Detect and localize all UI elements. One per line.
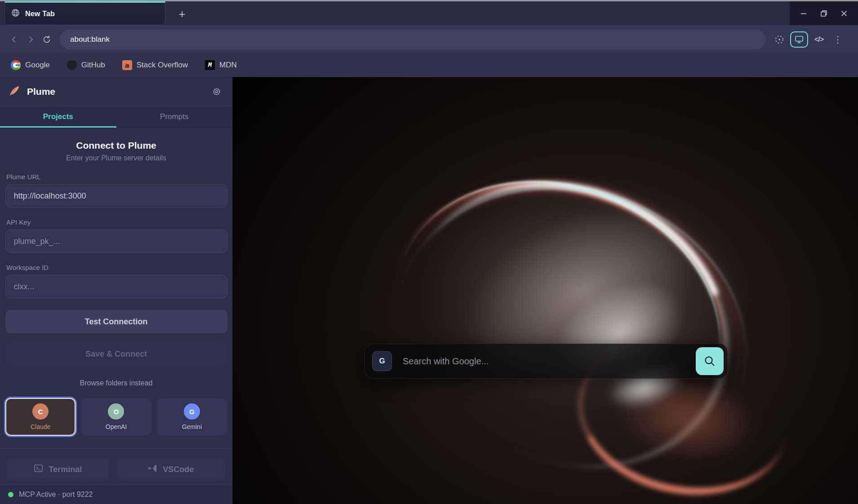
sidebar-divider: [0, 448, 232, 449]
plume-header: Plume: [0, 77, 232, 106]
bookmarks-bar: Google GitHub Stack Overflow M MDN: [0, 53, 858, 77]
title-bar: New Tab +: [0, 0, 858, 25]
openai-avatar: O: [108, 403, 124, 420]
provider-card-gemini[interactable]: G Gemini: [157, 398, 227, 436]
forward-button[interactable]: [22, 31, 39, 48]
connect-heading: Connect to Plume: [0, 140, 232, 151]
provider-cards: C Claude O OpenAI G Gemini: [0, 398, 232, 436]
bookmark-mdn[interactable]: M MDN: [205, 60, 237, 70]
provider-label: Gemini: [182, 423, 202, 430]
vscode-icon: [148, 464, 157, 475]
address-bar[interactable]: about:blank: [59, 30, 766, 49]
provider-label: OpenAI: [106, 423, 127, 430]
google-favicon: [11, 60, 21, 70]
new-tab-button[interactable]: +: [173, 5, 191, 22]
content-row: Plume Projects Prompts Connect to Plume …: [0, 77, 858, 504]
back-button[interactable]: [6, 31, 22, 48]
google-search-input[interactable]: [392, 344, 696, 378]
light-glow: [379, 121, 787, 460]
connect-subheading: Enter your Plume server details: [0, 154, 232, 162]
devtools-code-icon[interactable]: </>: [811, 31, 827, 48]
navigation-bar: about:blank </> ⋮: [0, 25, 858, 53]
sidebar-body: Connect to Plume Enter your Plume server…: [0, 128, 232, 484]
bookmark-label: Google: [25, 61, 50, 70]
settings-gear-icon[interactable]: [209, 84, 224, 99]
reload-button[interactable]: [39, 31, 55, 48]
sidebar-tabs: Projects Prompts: [0, 106, 232, 128]
plume-url-label: Plume URL: [6, 173, 232, 181]
google-search-bar: G: [365, 344, 728, 379]
close-button[interactable]: [835, 4, 853, 22]
light-streak: [350, 136, 766, 504]
mcp-status-bar: MCP Active · port 9222: [0, 484, 232, 504]
light-glow: [506, 232, 735, 434]
tab-title: New Tab: [25, 10, 55, 18]
minimize-button[interactable]: [795, 4, 813, 22]
address-text: about:blank: [70, 35, 110, 44]
terminal-label: Terminal: [49, 465, 82, 474]
terminal-icon: [34, 464, 43, 475]
provider-label: Claude: [31, 423, 50, 430]
search-submit-button[interactable]: [696, 347, 724, 375]
stackoverflow-favicon: [122, 60, 132, 70]
bookmark-google[interactable]: Google: [11, 60, 50, 70]
gemini-avatar: G: [184, 403, 200, 420]
vscode-button[interactable]: VSCode: [117, 458, 225, 481]
mdn-favicon: M: [205, 60, 215, 70]
test-connection-button[interactable]: Test Connection: [5, 310, 227, 333]
light-streak: [353, 133, 763, 504]
save-connect-button[interactable]: Save & Connect: [5, 342, 227, 366]
bookmark-github[interactable]: GitHub: [67, 60, 105, 70]
tab-prompts[interactable]: Prompts: [116, 106, 233, 127]
bookmark-stackoverflow[interactable]: Stack Overflow: [122, 60, 188, 70]
light-streak: [363, 130, 778, 504]
bookmark-label: GitHub: [81, 61, 105, 70]
bookmark-label: Stack Overflow: [137, 61, 188, 70]
device-monitor-toggle[interactable]: [790, 31, 808, 48]
plume-sidebar: Plume Projects Prompts Connect to Plume …: [0, 77, 233, 504]
light-streak: [345, 137, 784, 504]
plume-title: Plume: [27, 86, 55, 97]
google-g-badge: G: [372, 351, 392, 371]
github-favicon: [67, 60, 77, 70]
claude-avatar: C: [32, 403, 49, 420]
api-key-label: API Key: [6, 218, 232, 226]
inspect-target-icon[interactable]: [771, 31, 787, 48]
api-key-input[interactable]: [5, 230, 227, 253]
status-text: MCP Active · port 9222: [19, 491, 93, 499]
tab-projects[interactable]: Projects: [0, 106, 116, 127]
light-streak: [359, 146, 782, 504]
provider-card-openai[interactable]: O OpenAI: [81, 398, 151, 436]
page-viewport: G: [233, 77, 858, 504]
menu-kebab-icon[interactable]: ⋮: [830, 31, 846, 48]
sidebar-footer-buttons: Terminal VSCode: [0, 458, 232, 481]
workspace-id-input[interactable]: [5, 275, 227, 298]
status-dot: [8, 492, 13, 497]
workspace-id-label: Workspace ID: [6, 264, 232, 271]
window-controls: [790, 1, 858, 25]
feather-logo-icon: [8, 84, 21, 99]
toolbar-actions: </> ⋮: [771, 31, 846, 48]
plume-url-input[interactable]: [5, 184, 227, 208]
globe-icon: [11, 9, 20, 19]
bookmark-label: MDN: [219, 61, 237, 70]
maximize-button[interactable]: [815, 4, 833, 22]
browse-folders-link[interactable]: Browse folders instead: [0, 379, 232, 387]
browser-tab[interactable]: New Tab: [4, 3, 165, 25]
terminal-button[interactable]: Terminal: [7, 458, 109, 481]
vscode-label: VSCode: [163, 465, 194, 474]
provider-card-claude[interactable]: C Claude: [5, 398, 76, 436]
